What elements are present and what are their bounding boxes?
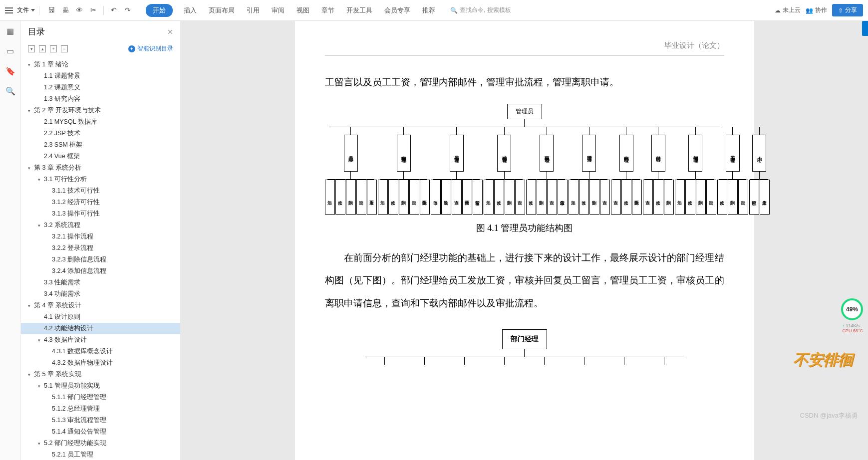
search-input[interactable]: 🔍 查找命令, 搜索模板	[450, 6, 511, 14]
toc-item[interactable]: ▾3.1 可行性分析	[21, 174, 180, 185]
org-leaf: 个改密码	[749, 180, 759, 215]
toc-item[interactable]: ▾第 3 章 系统分析	[21, 162, 180, 174]
toc-item[interactable]: 3.1.2 经济可行性	[21, 197, 180, 208]
toc-item[interactable]: ▾5.2 部门经理功能实现	[21, 438, 180, 449]
share-button[interactable]: ⇧ 分享	[832, 4, 863, 16]
toc-item[interactable]: 3.1.1 技术可行性	[21, 185, 180, 197]
smart-toc-button[interactable]: ✦ 智能识别目录	[128, 44, 173, 53]
org-leaf: 删除	[441, 180, 451, 215]
undo-icon[interactable]: ↶	[110, 6, 118, 14]
toc-item[interactable]: 5.1.4 通知公告管理	[21, 426, 180, 438]
toc-item[interactable]: ▾第 2 章 开发环境与技术	[21, 105, 180, 116]
document-area[interactable]: 毕业设计（论文） 工留言以及员工工资，管理内部邮件，管理审批流程，管理离职申请。…	[181, 21, 868, 460]
toc-item[interactable]: 5.1.2 总经理管理	[21, 403, 180, 415]
org-leaf: 查询	[611, 180, 621, 215]
tab-8[interactable]: 会员专享	[383, 4, 411, 17]
org-mid-box: 员工留言管理	[450, 135, 464, 172]
org-leaf: 添加	[378, 180, 388, 215]
toc-item[interactable]: 2.4 Vue 框架	[21, 151, 180, 162]
tab-1[interactable]: 插入	[183, 4, 198, 17]
toc-item[interactable]: 4.3.1 数据库概念设计	[21, 346, 180, 357]
org-leaf: 删除	[346, 180, 356, 215]
toc-item[interactable]: ▾第 1 章 绪论	[21, 59, 180, 70]
toc-item[interactable]: ▾第 4 章 系统设计	[21, 300, 180, 311]
org-leaf: 查询	[600, 180, 610, 215]
toc-item[interactable]: ▾第 5 章 系统实现	[21, 369, 180, 380]
toc-item[interactable]: 2.3 SSM 框架	[21, 139, 180, 151]
hamburger-icon[interactable]	[5, 7, 13, 13]
toc-item[interactable]: 5.1.3 审批流程管理	[21, 415, 180, 426]
bookmark-icon[interactable]: 🔖	[5, 66, 15, 76]
org-leaf: 删除	[537, 180, 547, 215]
tab-2[interactable]: 页面布局	[208, 4, 236, 17]
org-leaf: 删除	[728, 180, 738, 215]
close-icon[interactable]: ✕	[167, 28, 173, 36]
tab-9[interactable]: 推荐	[421, 4, 436, 17]
org-leaf: 修改	[717, 180, 727, 215]
minus-icon[interactable]: −	[61, 45, 68, 52]
toc-item[interactable]: 3.3 性能需求	[21, 277, 180, 288]
plus-icon[interactable]: +	[50, 45, 57, 52]
toc-item[interactable]: 5.1.1 部门经理管理	[21, 392, 180, 403]
org-mid-box: 审批流程管理	[397, 135, 411, 172]
org-leaf: 个人信息	[760, 180, 770, 215]
toc-item[interactable]: 4.1 设计原则	[21, 311, 180, 323]
toc-item[interactable]: 2.1 MYSQL 数据库	[21, 116, 180, 128]
toc-item[interactable]: 5.2.1 员工管理	[21, 449, 180, 460]
org-mid-box: 员工管理	[344, 135, 358, 172]
toc-sidebar: 目录 ✕ ▾ ▴ + − ✦ 智能识别目录 ▾第 1 章 绪论1.1 课题背景1…	[21, 21, 181, 460]
toc-item[interactable]: ▾4.3 数据库设计	[21, 334, 180, 346]
toc-item[interactable]: 1.1 课题背景	[21, 70, 180, 82]
toc-item[interactable]: 3.2.2 登录流程	[21, 242, 180, 254]
org-leaf: 审核留言	[473, 180, 483, 215]
toc-item[interactable]: ▾3.2 系统流程	[21, 220, 180, 231]
cut-icon[interactable]: ✂	[89, 6, 97, 14]
page: 毕业设计（论文） 工留言以及员工工资，管理内部邮件，管理审批流程，管理离职申请。…	[295, 21, 754, 460]
org-leaf: 查询	[643, 180, 653, 215]
toc-item[interactable]: 1.3 研究内容	[21, 93, 180, 105]
performance-ring[interactable]: 49%	[841, 298, 863, 320]
toc-item[interactable]: 2.2 JSP 技术	[21, 128, 180, 139]
tab-0[interactable]: 开始	[146, 4, 173, 17]
collab-button[interactable]: 👥 协作	[806, 6, 827, 14]
toc-item[interactable]: 4.2 功能结构设计	[21, 323, 180, 334]
org-leaf: 下载附件	[420, 180, 430, 215]
redo-icon[interactable]: ↷	[124, 6, 132, 14]
page-icon[interactable]: ▭	[5, 46, 15, 56]
toc-item[interactable]: 4.3.2 数据库物理设计	[21, 357, 180, 369]
org-leaf: 删除	[589, 180, 599, 215]
toc-item[interactable]: ▾5.1 管理员功能实现	[21, 380, 180, 392]
find-icon[interactable]: 🔍	[5, 86, 15, 96]
scroll-indicator[interactable]	[862, 21, 868, 36]
org-leaf: 修改	[653, 180, 663, 215]
toc-item[interactable]: 3.4 功能需求	[21, 288, 180, 300]
save-icon[interactable]: 🖫	[47, 6, 55, 14]
tab-5[interactable]: 视图	[295, 4, 310, 17]
org-leaf: 修改	[526, 180, 536, 215]
cloud-button[interactable]: ☁ 未上云	[775, 6, 801, 14]
tab-4[interactable]: 审阅	[271, 4, 286, 17]
expand-icon[interactable]: ▴	[39, 45, 46, 52]
tab-3[interactable]: 引用	[246, 4, 261, 17]
tab-7[interactable]: 开发工具	[345, 4, 373, 17]
collapse-all-icon[interactable]: ▾	[28, 45, 35, 52]
search-icon: 🔍	[450, 7, 458, 14]
doc-icon[interactable]: ▦	[5, 26, 15, 36]
toc-item[interactable]: 3.2.3 删除信息流程	[21, 254, 180, 265]
org-leaf: 查询	[547, 180, 557, 215]
preview-icon[interactable]: 👁	[75, 6, 83, 14]
org-root: 管理员	[507, 104, 542, 119]
file-menu-button[interactable]: 文件	[17, 6, 35, 14]
main-toolbar: 文件 🖫 🖶 👁 ✂ ↶ ↷ 开始插入页面布局引用审阅视图章节开发工具会员专享推…	[0, 0, 868, 21]
toc-item[interactable]: 3.1.3 操作可行性	[21, 208, 180, 220]
watermark: 不安徘徊	[793, 350, 853, 370]
org-leaf: 添加	[569, 180, 579, 215]
toc-item[interactable]: 1.2 课题意义	[21, 82, 180, 93]
org-leaf: 查询	[356, 180, 366, 215]
page-header: 毕业设计（论文）	[325, 41, 724, 56]
toc-item[interactable]: 3.2.1 操作流程	[21, 231, 180, 242]
print-icon[interactable]: 🖶	[61, 6, 69, 14]
tab-6[interactable]: 章节	[320, 4, 335, 17]
chevron-down-icon	[31, 9, 35, 11]
toc-item[interactable]: 3.2.4 添加信息流程	[21, 265, 180, 277]
